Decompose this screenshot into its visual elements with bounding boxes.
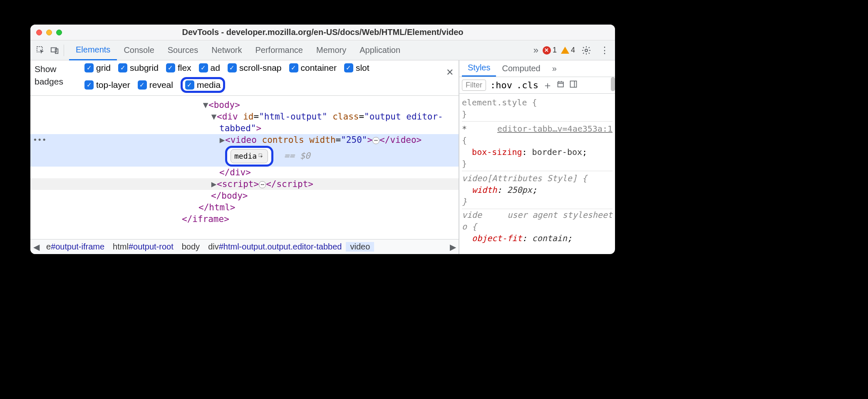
cls-toggle[interactable]: .cls <box>516 80 538 90</box>
tab-sources[interactable]: Sources <box>161 40 205 60</box>
checkbox-icon: ✓ <box>166 63 175 72</box>
close-icon[interactable]: ✕ <box>446 67 454 78</box>
styles-rules[interactable]: element.style { } *editor-tabb…v=4ae353a… <box>459 94 615 254</box>
breadcrumb-item[interactable]: html#output-root <box>109 242 178 252</box>
computed-styles-toggle-icon[interactable] <box>557 80 565 91</box>
styles-panel: Styles Computed » Filter :hov .cls ＋ ele… <box>459 60 615 254</box>
breadcrumb-item[interactable]: div#html-output.output.editor-tabbed <box>204 242 346 252</box>
tabs-overflow-icon[interactable]: » <box>533 45 538 56</box>
gutter-overflow-icon[interactable]: ••• <box>30 134 49 146</box>
styles-toolbar: Filter :hov .cls ＋ <box>459 77 615 94</box>
badges-label: Show badges <box>35 63 84 88</box>
checkbox-icon: ✓ <box>118 63 127 72</box>
checkbox-icon: ✓ <box>84 63 94 72</box>
badge-container[interactable]: ✓container <box>289 63 337 73</box>
tab-application[interactable]: Application <box>353 40 407 60</box>
ua-stylesheet-label: user agent stylesheet <box>507 209 613 221</box>
badge-ad[interactable]: ✓ad <box>199 63 220 73</box>
dom-tree[interactable]: ▼<body> ▼<div id="html-output" class="ou… <box>30 96 459 239</box>
styles-tabs-overflow-icon[interactable]: » <box>546 60 563 77</box>
toggle-sidebar-icon[interactable] <box>569 80 578 91</box>
settings-icon[interactable] <box>579 43 593 57</box>
checkbox-icon: ✓ <box>289 63 298 72</box>
checkbox-icon: ✓ <box>84 80 94 90</box>
elements-panel: Show badges ✓grid ✓subgrid ✓flex ✓ad ✓sc… <box>30 60 459 254</box>
media-badge[interactable]: media <box>225 146 273 167</box>
hover-toggle[interactable]: :hov <box>490 80 512 90</box>
breadcrumb-item[interactable]: e#output-iframe <box>42 242 109 252</box>
error-count[interactable]: ✕ 1 <box>543 46 557 55</box>
badge-top-layer[interactable]: ✓top-layer <box>84 77 130 93</box>
breadcrumb-scroll-right-icon[interactable]: ▶ <box>447 242 459 252</box>
styles-filter-input[interactable]: Filter <box>462 80 486 91</box>
tab-styles[interactable]: Styles <box>462 60 496 77</box>
tab-network[interactable]: Network <box>205 40 248 60</box>
error-icon: ✕ <box>543 46 551 55</box>
expand-arrow-icon[interactable]: ▶ <box>211 178 217 190</box>
badge-subgrid[interactable]: ✓subgrid <box>118 63 159 73</box>
titlebar: DevTools - developer.mozilla.org/en-US/d… <box>30 25 615 40</box>
breadcrumb-item[interactable]: body <box>178 242 204 252</box>
main-toolbar: Elements Console Sources Network Perform… <box>30 40 615 60</box>
scrollbar-thumb[interactable] <box>611 77 615 91</box>
badge-media[interactable]: ✓media <box>181 77 225 93</box>
checkbox-icon: ✓ <box>199 63 208 72</box>
svg-rect-6 <box>570 81 576 87</box>
checkbox-icon: ✓ <box>138 80 147 90</box>
checkbox-icon: ✓ <box>344 63 353 72</box>
tab-computed[interactable]: Computed <box>496 60 546 77</box>
inspect-icon[interactable] <box>34 43 48 57</box>
tab-performance[interactable]: Performance <box>249 40 310 60</box>
window-title: DevTools - developer.mozilla.org/en-US/d… <box>30 27 615 37</box>
tab-elements[interactable]: Elements <box>69 40 117 60</box>
new-style-rule-icon[interactable]: ＋ <box>543 79 553 92</box>
svg-point-3 <box>585 49 588 52</box>
expand-arrow-icon[interactable]: ▶ <box>219 134 225 146</box>
badge-scroll-snap[interactable]: ✓scroll-snap <box>228 63 282 73</box>
source-link[interactable]: editor-tabb…v=4ae353a:1 <box>497 123 613 135</box>
breadcrumb-scroll-left-icon[interactable]: ◀ <box>30 242 42 252</box>
collapsed-content-icon[interactable]: ⋯ <box>372 137 379 144</box>
more-menu-icon[interactable]: ⋮ <box>598 45 612 56</box>
checkbox-icon: ✓ <box>185 80 194 90</box>
tab-console[interactable]: Console <box>117 40 161 60</box>
devtools-window: DevTools - developer.mozilla.org/en-US/d… <box>30 25 615 254</box>
panel-tabs: Elements Console Sources Network Perform… <box>69 40 407 60</box>
breadcrumb-item-selected[interactable]: video <box>346 242 374 252</box>
expand-arrow-icon[interactable]: ▼ <box>203 99 208 111</box>
selected-node[interactable]: ••• ▶<video controls width="250">⋯</vide… <box>30 134 459 146</box>
svg-rect-5 <box>558 82 563 87</box>
expand-arrow-icon[interactable]: ▼ <box>211 111 217 122</box>
checkbox-icon: ✓ <box>228 63 237 72</box>
device-toolbar-icon[interactable] <box>48 43 62 57</box>
badge-flex[interactable]: ✓flex <box>166 63 191 73</box>
tab-memory[interactable]: Memory <box>310 40 353 60</box>
badge-slot[interactable]: ✓slot <box>344 63 370 73</box>
warning-icon <box>561 47 569 54</box>
warning-count[interactable]: 4 <box>561 46 575 55</box>
styles-tabs: Styles Computed » <box>459 60 615 77</box>
badge-grid[interactable]: ✓grid <box>84 63 111 73</box>
badge-reveal[interactable]: ✓reveal <box>138 77 173 93</box>
breadcrumb: ◀ e#output-iframe html#output-root body … <box>30 239 459 254</box>
collapsed-content-icon[interactable]: ⋯ <box>259 181 266 188</box>
badges-bar: Show badges ✓grid ✓subgrid ✓flex ✓ad ✓sc… <box>30 60 459 96</box>
